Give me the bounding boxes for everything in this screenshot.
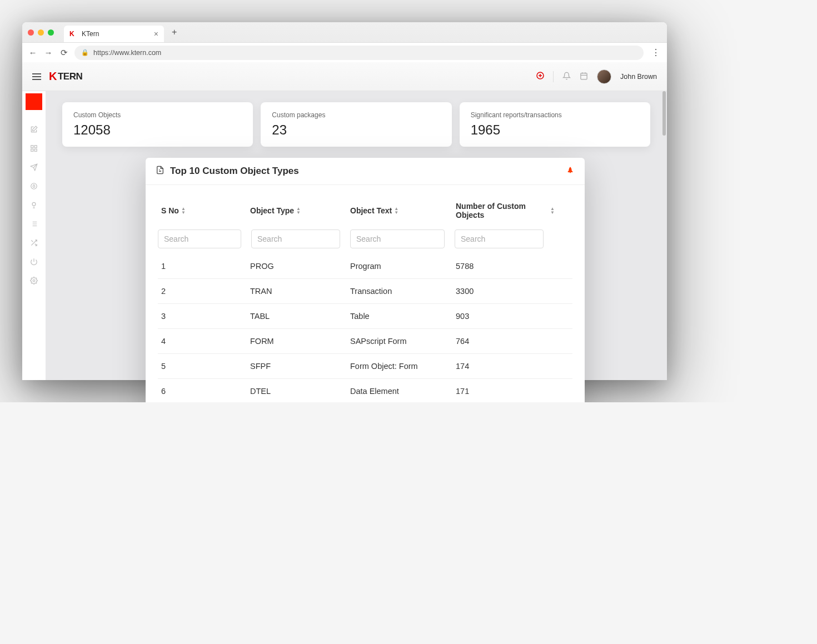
table-row: 2 TRAN Transaction 3300 — [158, 279, 572, 304]
table-row: 4 FORM SAPscript Form 764 — [158, 329, 572, 354]
column-object-text[interactable]: Object Text▲▼ — [350, 206, 449, 215]
stat-card-custom-objects: Custom Objects 12058 — [62, 102, 253, 147]
table-head: S No▲▼ Object Type▲▼ Object Text▲▼ Numbe… — [158, 196, 572, 225]
column-object-type[interactable]: Object Type▲▼ — [250, 206, 343, 215]
sidebar — [22, 91, 46, 380]
stat-row: Custom Objects 12058 Custom packages 23 … — [62, 102, 650, 147]
logo-text: TERN — [58, 71, 82, 82]
cell-text: SAPscript Form — [347, 329, 452, 353]
add-icon[interactable] — [536, 72, 544, 81]
forward-button[interactable]: → — [43, 48, 53, 57]
stat-label: Custom Objects — [73, 111, 242, 119]
logo[interactable]: K TERN — [49, 70, 82, 83]
back-button[interactable]: ← — [28, 48, 38, 57]
power-icon[interactable] — [22, 252, 46, 271]
cell-count: 171 — [452, 379, 558, 402]
cell-sno: 1 — [158, 254, 247, 278]
cell-type: TABL — [247, 304, 347, 328]
bell-icon[interactable] — [562, 72, 571, 82]
table-row: 6 DTEL Data Element 171 — [158, 379, 572, 402]
window-minimize-icon[interactable] — [38, 29, 44, 36]
rocket-icon[interactable] — [566, 166, 575, 177]
menu-toggle-button[interactable] — [32, 73, 41, 80]
avatar[interactable] — [597, 69, 611, 84]
search-sno[interactable] — [158, 229, 241, 248]
sidebar-active-indicator[interactable] — [26, 93, 42, 110]
cell-text: Form Object: Form — [347, 354, 452, 378]
lock-icon: 🔒 — [81, 49, 89, 56]
shuffle-icon[interactable] — [22, 233, 46, 252]
table-row: 1 PROG Program 5788 — [158, 254, 572, 279]
url-input[interactable]: 🔒 https://www.ktern.com — [74, 46, 644, 60]
browser-menu-icon[interactable]: ⋮ — [649, 47, 661, 58]
reload-button[interactable]: ⟳ — [59, 48, 69, 58]
send-icon[interactable] — [22, 158, 46, 177]
table-content: S No▲▼ Object Type▲▼ Object Text▲▼ Numbe… — [146, 185, 585, 402]
document-icon — [156, 166, 165, 177]
stat-card-significant-reports: Significant reports/transactions 1965 — [460, 102, 650, 147]
username: John Brown — [620, 73, 657, 81]
app-body: Custom Objects 12058 Custom packages 23 … — [22, 91, 667, 380]
tab-title: KTern — [82, 30, 99, 38]
stat-label: Significant reports/transactions — [471, 111, 639, 119]
cell-type: PROG — [247, 254, 347, 278]
grid-icon[interactable] — [22, 139, 46, 158]
list-icon[interactable] — [22, 214, 46, 233]
svg-point-8 — [33, 279, 35, 282]
cell-sno: 2 — [158, 279, 247, 303]
cell-type: DTEL — [247, 379, 347, 402]
app-header: K TERN John Brown — [22, 62, 667, 91]
cell-count: 764 — [452, 329, 558, 353]
cell-count: 903 — [452, 304, 558, 328]
calendar-icon[interactable] — [580, 72, 588, 82]
column-num-objects[interactable]: Number of Custom Objects▲▼ — [456, 202, 555, 219]
cell-type: FORM — [247, 329, 347, 353]
flame-icon[interactable] — [22, 177, 46, 196]
gear-icon[interactable] — [22, 271, 46, 290]
divider — [553, 71, 554, 82]
search-num-objects[interactable] — [455, 229, 544, 248]
cell-type: SFPF — [247, 354, 347, 378]
cell-count: 5788 — [452, 254, 558, 278]
address-bar: ← → ⟳ 🔒 https://www.ktern.com ⋮ — [22, 42, 667, 62]
sort-icon: ▲▼ — [181, 207, 186, 214]
svg-rect-4 — [31, 149, 33, 151]
search-object-text[interactable] — [350, 229, 445, 248]
stat-value: 23 — [272, 122, 440, 138]
main-content: Custom Objects 12058 Custom packages 23 … — [46, 91, 667, 380]
window-maximize-icon[interactable] — [48, 29, 54, 36]
tab-bar: K KTern × + — [22, 22, 667, 42]
stat-label: Custom packages — [272, 111, 440, 119]
favicon-icon: K — [69, 30, 77, 38]
svg-rect-3 — [34, 146, 37, 148]
cell-text: Table — [347, 304, 452, 328]
new-tab-button[interactable]: + — [168, 27, 180, 37]
column-sno[interactable]: S No▲▼ — [161, 206, 243, 215]
cell-text: Data Element — [347, 379, 452, 402]
sort-icon: ▲▼ — [296, 207, 301, 214]
table-row: 5 SFPF Form Object: Form 174 — [158, 354, 572, 379]
svg-rect-2 — [31, 146, 33, 148]
table-header: Top 10 Custom Object Types — [146, 158, 585, 185]
search-object-type[interactable] — [251, 229, 340, 248]
browser-window: K KTern × + ← → ⟳ 🔒 https://www.ktern.co… — [22, 22, 667, 380]
bulb-icon[interactable] — [22, 196, 46, 214]
cell-sno: 5 — [158, 354, 247, 378]
table-title: Top 10 Custom Object Types — [170, 166, 299, 177]
cell-sno: 6 — [158, 379, 247, 402]
stat-value: 1965 — [471, 122, 639, 138]
edit-icon[interactable] — [22, 120, 46, 139]
window-close-icon[interactable] — [28, 29, 34, 36]
header-actions: John Brown — [536, 69, 657, 84]
svg-point-7 — [32, 202, 36, 206]
sort-icon: ▲▼ — [394, 207, 398, 214]
logo-mark-icon: K — [49, 70, 57, 83]
stat-value: 12058 — [73, 122, 242, 138]
cell-text: Program — [347, 254, 452, 278]
cell-type: TRAN — [247, 279, 347, 303]
browser-tab[interactable]: K KTern × — [64, 26, 164, 42]
cell-sno: 4 — [158, 329, 247, 353]
svg-rect-1 — [581, 73, 587, 79]
window-controls — [28, 29, 54, 36]
tab-close-icon[interactable]: × — [154, 29, 158, 38]
